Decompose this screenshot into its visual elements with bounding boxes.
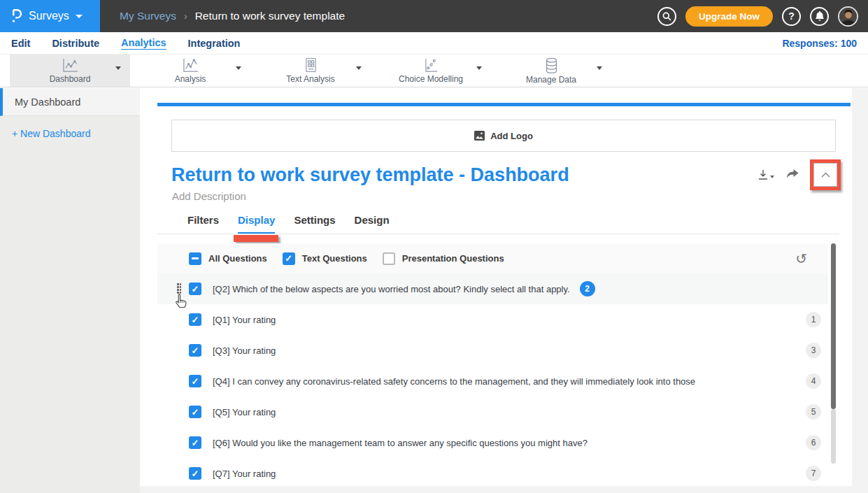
subnav-item-edit[interactable]: Edit (11, 38, 30, 49)
scatter-chart-icon (423, 57, 439, 73)
question-row[interactable]: [Q5] Your rating 5 (157, 396, 828, 427)
question-row[interactable]: [Q4] I can convey any coronavirus-relate… (157, 366, 828, 396)
page-bottom-strip (140, 486, 868, 493)
filter-all-questions[interactable]: All Questions (189, 252, 267, 265)
header-actions: Upgrade Now ? (657, 0, 868, 32)
page-gutter (852, 88, 868, 493)
upgrade-now-button[interactable]: Upgrade Now (685, 6, 773, 27)
add-description-field[interactable]: Add Description (172, 190, 246, 202)
question-row[interactable]: [Q3] Your rating 3 (157, 335, 828, 366)
tab-design[interactable]: Design (355, 214, 390, 234)
question-row[interactable]: [Q7] Your rating 7 (157, 458, 828, 486)
question-mark-icon: ? (788, 10, 795, 22)
filter-text-questions[interactable]: Text Questions (283, 252, 367, 265)
add-logo-label: Add Logo (490, 131, 533, 141)
checkbox-presentation-questions[interactable] (383, 252, 395, 265)
new-dashboard-button[interactable]: + New Dashboard (0, 116, 140, 139)
chevron-up-icon (821, 172, 830, 178)
responses-count[interactable]: Responses: 100 (782, 38, 857, 49)
question-number-badge: 2 (580, 281, 595, 296)
line-chart-icon (182, 57, 199, 73)
profile-photo (839, 8, 858, 26)
breadcrumb-separator: › (184, 10, 187, 22)
reset-icon[interactable]: ↺ (795, 252, 807, 266)
toolbar-module-choice-modelling[interactable]: Choice Modelling (371, 55, 491, 87)
help-button[interactable]: ? (782, 7, 801, 26)
line-chart-icon (62, 57, 79, 73)
question-number-badge: 4 (806, 373, 821, 389)
scrollbar-track[interactable] (831, 409, 836, 464)
chevron-down-icon[interactable] (597, 66, 602, 70)
chevron-down-icon[interactable] (115, 66, 121, 70)
search-button[interactable] (657, 7, 676, 26)
app-window: Surveys My Surveys › Return to work surv… (0, 0, 868, 493)
subnav-item-analytics[interactable]: Analytics (121, 37, 166, 50)
breadcrumb: My Surveys › Return to work survey templ… (100, 0, 657, 32)
questionpro-logo-icon (10, 8, 22, 25)
sidebar-item-my-dashboard[interactable]: My Dashboard (0, 88, 140, 116)
avatar[interactable] (838, 6, 858, 27)
tab-filters[interactable]: Filters (187, 214, 219, 234)
toolbar-module-dashboard[interactable]: Dashboard (10, 55, 130, 87)
share-icon[interactable] (785, 169, 799, 180)
top-header: Surveys My Surveys › Return to work surv… (0, 0, 868, 32)
bell-icon (815, 11, 825, 22)
dashboard-panel: Add Logo Return to work survey template … (140, 88, 852, 486)
subnav-item-distribute[interactable]: Distribute (52, 38, 99, 49)
question-filter-bar: All Questions Text Questions Presentatio… (157, 243, 828, 273)
image-icon (474, 131, 485, 141)
question-checkbox[interactable] (189, 344, 201, 357)
add-logo-dropzone[interactable]: Add Logo (171, 120, 836, 152)
question-number-badge: 6 (806, 435, 821, 450)
chevron-down-icon[interactable] (236, 66, 241, 70)
question-checkbox[interactable] (189, 283, 201, 295)
product-switcher[interactable]: Surveys (0, 0, 100, 32)
chevron-down-icon[interactable] (476, 66, 482, 70)
download-button[interactable] (757, 169, 774, 180)
scrollbar-thumb[interactable] (831, 243, 836, 409)
question-checkbox[interactable] (189, 467, 201, 480)
chevron-down-icon[interactable] (356, 66, 362, 70)
tab-display[interactable]: Display (238, 214, 275, 234)
question-checkbox[interactable] (189, 406, 201, 418)
accent-bar (157, 103, 851, 106)
question-checkbox[interactable] (189, 375, 201, 387)
chevron-down-icon (76, 15, 83, 18)
search-icon (662, 12, 671, 21)
question-row[interactable]: [Q6] Would you like the management team … (157, 427, 828, 458)
title-row: Return to work survey template - Dashboa… (171, 159, 841, 190)
dashboard-title: Return to work survey template - Dashboa… (171, 164, 757, 186)
subnav-item-integration[interactable]: Integration (188, 38, 241, 49)
analytics-toolbar: Dashboard Analysis Text Analysis (0, 55, 868, 87)
question-checkbox[interactable] (189, 436, 201, 449)
breadcrumb-current: Return to work survey template (195, 10, 346, 22)
text-document-icon (304, 57, 318, 73)
toolbar-module-manage-data[interactable]: Manage Data (491, 55, 611, 87)
dashboard-tabs: Filters Display Settings Design (157, 214, 839, 234)
question-number-badge: 3 (806, 343, 821, 358)
drag-handle-icon[interactable] (177, 283, 182, 294)
checkbox-text-questions[interactable] (283, 252, 295, 265)
tab-settings[interactable]: Settings (294, 214, 335, 234)
toolbar-module-analysis[interactable]: Analysis (130, 55, 250, 87)
question-number-badge: 7 (806, 466, 821, 481)
annotation-highlight-collapse-button (810, 159, 841, 190)
annotation-highlight-display-tab (234, 235, 278, 242)
checkbox-all-questions[interactable] (189, 252, 201, 265)
question-checkbox[interactable] (189, 313, 201, 326)
question-number-badge: 1 (806, 312, 821, 327)
question-row[interactable]: [Q1] Your rating 1 (157, 304, 828, 335)
breadcrumb-parent[interactable]: My Surveys (120, 10, 176, 22)
filter-presentation-questions[interactable]: Presentation Questions (383, 252, 504, 265)
title-actions (757, 159, 841, 190)
toolbar-module-text-analysis[interactable]: Text Analysis (250, 55, 371, 87)
dashboard-sidebar: My Dashboard + New Dashboard (0, 88, 140, 493)
survey-subnav: Edit Distribute Analytics Integration Re… (0, 32, 868, 55)
notifications-button[interactable] (810, 7, 829, 26)
collapse-button[interactable] (813, 163, 837, 187)
chevron-down-icon (770, 176, 774, 178)
product-name: Surveys (29, 10, 69, 22)
question-row[interactable]: [Q2] Which of the below aspects are you … (157, 273, 828, 304)
database-icon (544, 57, 559, 74)
question-list: [Q2] Which of the below aspects are you … (157, 273, 828, 486)
